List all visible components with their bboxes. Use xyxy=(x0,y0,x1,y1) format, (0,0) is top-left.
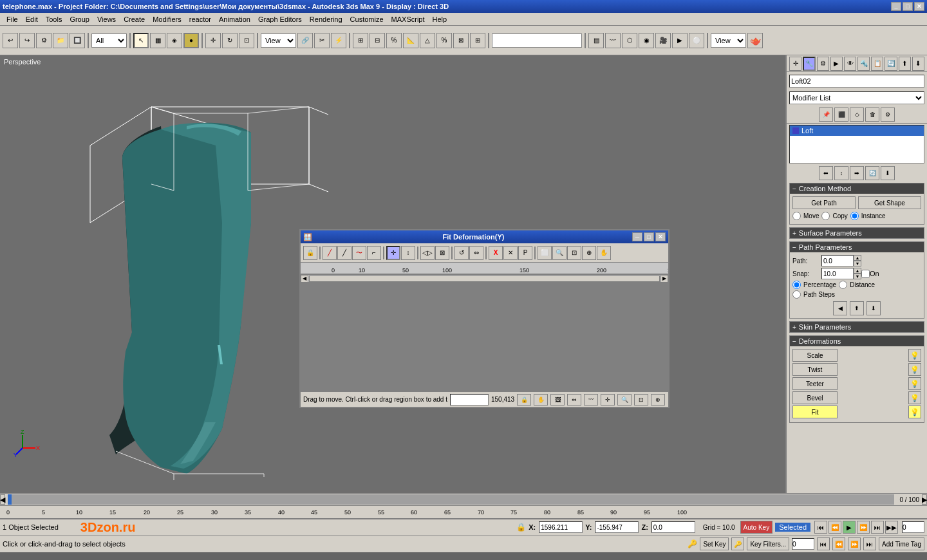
snap-input[interactable]: 10.0 xyxy=(821,268,854,279)
move-btn[interactable]: ✛ xyxy=(205,33,221,48)
fd-insert-btn[interactable]: ◁▷ xyxy=(420,246,435,260)
cm-copy-radio[interactable] xyxy=(821,212,830,220)
fd-minimize-btn[interactable]: ─ xyxy=(632,232,642,241)
menu-reactor[interactable]: reactor xyxy=(185,14,215,24)
viewport[interactable]: Perspective X Z Y xyxy=(0,55,785,493)
auto-key-btn[interactable]: Auto Key xyxy=(740,521,773,534)
select-type-btn[interactable]: ● xyxy=(183,33,199,48)
snap3d-btn[interactable]: 📐 xyxy=(403,33,418,48)
rp-icon8[interactable]: 🔄 xyxy=(885,57,897,71)
play-btn[interactable]: ▶ xyxy=(843,521,856,534)
bottom-lock[interactable]: 🔑 xyxy=(687,539,697,549)
x-input[interactable]: 1596.211 xyxy=(539,521,583,533)
timeline-back-btn[interactable]: ◀ xyxy=(0,494,5,505)
layers-btn[interactable]: ▤ xyxy=(588,33,604,48)
region-select-btn[interactable]: ▦ xyxy=(150,33,165,48)
menu-rendering[interactable]: Rendering xyxy=(306,14,346,24)
fd-titlebar[interactable]: 🪟 Fit Deformation(Y) ─ □ ✕ xyxy=(301,230,668,243)
snap-on-check[interactable] xyxy=(861,270,870,278)
render-setup-btn[interactable]: 🎥 xyxy=(655,33,671,48)
nav-btn4[interactable]: 🔄 xyxy=(865,166,879,180)
schemat-btn[interactable]: ⬡ xyxy=(622,33,637,48)
percent-snap-btn[interactable]: % xyxy=(436,33,452,48)
fd-corner-btn[interactable]: ⌐ xyxy=(367,246,381,260)
fd-close-btn[interactable]: ✕ xyxy=(655,232,666,241)
nav-btn3[interactable]: ➡ xyxy=(850,166,864,180)
fd-restore-btn[interactable]: □ xyxy=(644,232,654,241)
bevel-icon[interactable]: 💡 xyxy=(908,391,921,404)
curvetool-btn[interactable]: 〰 xyxy=(605,33,621,48)
nav-btn5[interactable]: ⬇ xyxy=(881,166,895,180)
menu-file[interactable]: File xyxy=(3,14,22,24)
bind-sw-btn[interactable]: ⚡ xyxy=(331,33,346,48)
filter-select[interactable]: All xyxy=(91,33,127,48)
select-btn[interactable]: ↖ xyxy=(133,33,149,48)
modify-icon[interactable]: 🔧 xyxy=(803,57,815,71)
deformations-header[interactable]: − Deformations xyxy=(790,336,924,346)
object-name-input[interactable]: Loft02 xyxy=(789,75,924,88)
fd-zoomreg2-btn[interactable]: ⊕ xyxy=(651,394,665,406)
menu-customize[interactable]: Customize xyxy=(346,14,388,24)
modifier-list-select[interactable]: Modifier List xyxy=(789,91,924,104)
redo-btn[interactable]: ↪ xyxy=(19,33,35,48)
array-btn[interactable]: ⊟ xyxy=(370,33,385,48)
rotate-btn[interactable]: ↻ xyxy=(222,33,238,48)
path-prev-btn[interactable]: ◀ xyxy=(833,301,847,315)
fd-reset-btn[interactable]: ↺ xyxy=(454,246,469,260)
fd-scroll-left[interactable]: ◀ xyxy=(301,275,308,283)
tool2-btn[interactable]: 📁 xyxy=(53,33,68,48)
fd-lock-status-btn[interactable]: 🔒 xyxy=(517,394,531,406)
btn-extra2[interactable]: ⏪ xyxy=(832,537,845,550)
get-shape-btn[interactable]: Get Shape xyxy=(858,196,921,209)
angle-snap-btn[interactable]: △ xyxy=(420,33,435,48)
undo-btn[interactable]: ↩ xyxy=(3,33,18,48)
fd-xaxis-btn[interactable]: X xyxy=(489,246,503,260)
fd-delete2-btn[interactable]: ✕ xyxy=(503,246,518,260)
teapot-btn[interactable]: 🫖 xyxy=(747,33,763,48)
nav-btn2[interactable]: ↕ xyxy=(834,166,848,180)
minimize-btn[interactable]: _ xyxy=(891,2,901,11)
fd-line-btn[interactable]: ╱ xyxy=(337,246,351,260)
scale-btn-def[interactable]: Scale xyxy=(792,349,838,362)
render-btn[interactable]: ▶ xyxy=(672,33,688,48)
fit-icon[interactable]: 💡 xyxy=(908,406,921,418)
named-selection-input[interactable] xyxy=(492,33,582,48)
fd-param-btn[interactable]: P xyxy=(518,246,532,260)
z-input[interactable]: 0.0 xyxy=(651,521,695,533)
menu-tools[interactable]: Tools xyxy=(42,14,66,24)
display-icon[interactable]: 👁 xyxy=(844,57,856,71)
scale-icon[interactable]: 💡 xyxy=(908,349,921,362)
link-btn[interactable]: 🔗 xyxy=(297,33,313,48)
fd-scrollbar-h[interactable]: ◀ ▶ xyxy=(301,274,668,282)
fd-scroll-thumb[interactable] xyxy=(309,275,660,282)
fd-zoom2-btn[interactable]: 🔍 xyxy=(617,394,632,406)
menu-maxscript[interactable]: MAXScript xyxy=(388,14,429,24)
tool3-btn[interactable]: 🔲 xyxy=(70,33,85,48)
rp-icon10[interactable]: ⬇ xyxy=(912,57,924,71)
timeline-track[interactable] xyxy=(8,494,894,505)
unlink-btn[interactable]: ✂ xyxy=(314,33,330,48)
fd-zoom-btn[interactable]: 🔍 xyxy=(552,246,566,260)
lock-icon[interactable]: 🔒 xyxy=(516,522,526,532)
make-unique-btn[interactable]: ◇ xyxy=(850,107,864,122)
fd-status-input[interactable] xyxy=(450,394,489,406)
cm-move-radio[interactable] xyxy=(792,212,801,220)
stack-item-loft[interactable]: Loft xyxy=(790,126,924,136)
menu-help[interactable]: Help xyxy=(429,14,451,24)
key-icon[interactable]: 🔑 xyxy=(731,537,744,550)
path-params-header[interactable]: − Path Parameters xyxy=(790,242,924,252)
y-input[interactable]: -155.947 xyxy=(595,521,639,533)
go-start-btn[interactable]: ⏮ xyxy=(814,521,827,534)
fd-zoomregion-btn[interactable]: ⊕ xyxy=(582,246,596,260)
btn-extra4[interactable]: ⏭ xyxy=(863,537,876,550)
menu-views[interactable]: Views xyxy=(93,14,120,24)
path-dn-btn[interactable]: ⬇ xyxy=(866,301,881,315)
fd-sym-btn[interactable]: ⇔ xyxy=(469,246,483,260)
view-select2[interactable]: View xyxy=(711,33,746,48)
menu-graph-editors[interactable]: Graph Editors xyxy=(254,14,306,24)
create-icon[interactable]: ✛ xyxy=(789,57,801,71)
snap2d-btn[interactable]: ⊠ xyxy=(453,33,469,48)
material-btn[interactable]: ◉ xyxy=(639,33,654,48)
fd-hand-btn[interactable]: ✋ xyxy=(534,394,548,406)
fd-scale-btn[interactable]: ↕ xyxy=(401,246,415,260)
